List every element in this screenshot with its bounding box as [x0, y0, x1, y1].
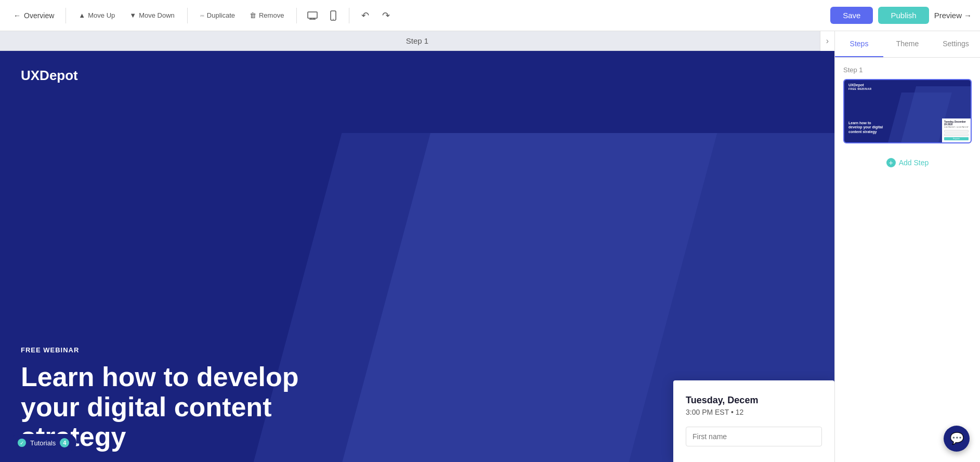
step-section-label: Step 1: [843, 66, 972, 74]
undo-button[interactable]: ↶: [356, 6, 374, 25]
main-layout: Step 1 › UXDepot FREE WEBINAR Learn how …: [0, 31, 980, 462]
mobile-view-button[interactable]: [324, 6, 343, 25]
reg-date: Tuesday, Decem: [686, 395, 822, 406]
thumb-input-2: [944, 134, 969, 136]
webinar-canvas: UXDepot FREE WEBINAR Learn how to develo…: [0, 51, 834, 462]
redo-button[interactable]: ↷: [376, 6, 395, 25]
back-arrow-icon: ←: [14, 11, 21, 20]
thumb-input-1: [944, 130, 969, 133]
collapse-panel-button[interactable]: ›: [820, 31, 834, 54]
thumb-register-button: Register: [944, 137, 969, 140]
add-step-button[interactable]: + Add Step: [843, 152, 972, 174]
step-thumbnail-card[interactable]: UXDepot FREE WEBINAR Learn how to develo…: [843, 79, 972, 143]
panel-tabs: Steps Theme Settings: [835, 31, 980, 58]
preview-arrow-icon: →: [964, 11, 972, 20]
toolbar-left: ← Overview ▲ Move Up ▼ Move Down ⎓ Dupli…: [8, 6, 826, 25]
panel-content: Step 1 UXDepot FREE WEBINAR Learn how to…: [835, 58, 980, 462]
toolbar-divider-2: [187, 8, 188, 23]
tab-settings[interactable]: Settings: [932, 31, 980, 57]
webinar-logo: UXDepot: [21, 68, 78, 84]
thumb-headline: Learn how to develop your digital conten…: [848, 121, 885, 134]
move-up-icon: ▲: [79, 11, 85, 19]
redo-icon: ↷: [382, 10, 390, 21]
thumb-reg-time: 3:00 PM EST • 12:30 PM CST: [944, 126, 969, 128]
thumb-logo: UXDepot: [848, 83, 864, 87]
move-down-button[interactable]: ▼ Move Down: [123, 8, 181, 22]
publish-button[interactable]: Publish: [878, 7, 929, 24]
undo-icon: ↶: [361, 10, 369, 21]
thumb-reg-date: Tuesday, December 29 2020: [944, 121, 969, 126]
svg-rect-0: [308, 12, 317, 18]
add-step-plus-icon: +: [886, 158, 896, 167]
duplicate-button[interactable]: ⎓ Duplicate: [194, 8, 241, 22]
tutorials-check-icon: ✓: [18, 439, 26, 447]
mobile-icon: [330, 10, 336, 21]
step-thumbnail-preview: UXDepot FREE WEBINAR Learn how to develo…: [844, 80, 971, 142]
move-down-label: Move Down: [139, 11, 175, 19]
remove-label: Remove: [259, 11, 284, 19]
toolbar-right: Save Publish Preview →: [830, 7, 972, 24]
preview-label: Preview: [934, 11, 962, 20]
first-name-input[interactable]: [686, 427, 822, 446]
tutorials-count-badge: 4: [60, 438, 69, 447]
tutorials-badge[interactable]: ✓ Tutorials 4: [10, 434, 76, 452]
back-label: Overview: [24, 11, 54, 20]
preview-button[interactable]: Preview →: [934, 11, 972, 20]
toolbar-divider-4: [349, 8, 349, 23]
svg-point-5: [333, 19, 334, 20]
thumb-register-label: Register: [944, 137, 969, 140]
tab-theme[interactable]: Theme: [883, 31, 932, 57]
toolbar-divider-1: [66, 8, 66, 23]
desktop-view-button[interactable]: [303, 6, 322, 25]
chat-button[interactable]: 💬: [944, 426, 970, 452]
step-bar: Step 1 ›: [0, 31, 834, 51]
canvas-area: Step 1 › UXDepot FREE WEBINAR Learn how …: [0, 31, 834, 462]
registration-card: Tuesday, Decem 3:00 PM EST • 12: [673, 380, 834, 462]
step-bar-label: Step 1: [406, 36, 428, 45]
tutorials-label: Tutorials: [30, 439, 56, 447]
save-button[interactable]: Save: [830, 7, 873, 24]
right-panel: Steps Theme Settings Step 1 UXDepot FREE…: [834, 31, 980, 462]
duplicate-icon: ⎓: [200, 11, 204, 19]
toolbar-divider-3: [296, 8, 297, 23]
add-step-label: Add Step: [899, 159, 929, 167]
tab-steps[interactable]: Steps: [835, 31, 883, 57]
move-up-label: Move Up: [88, 11, 115, 19]
move-down-icon: ▼: [129, 11, 136, 19]
duplicate-label: Duplicate: [207, 11, 235, 19]
toolbar: ← Overview ▲ Move Up ▼ Move Down ⎓ Dupli…: [0, 0, 980, 31]
move-up-button[interactable]: ▲ Move Up: [72, 8, 121, 22]
trash-icon: 🗑: [250, 11, 256, 19]
chat-icon: 💬: [950, 432, 964, 445]
reg-time: 3:00 PM EST • 12: [686, 408, 822, 416]
webinar-tag: FREE WEBINAR: [21, 346, 343, 354]
remove-button[interactable]: 🗑 Remove: [243, 8, 290, 22]
thumb-free-webinar: FREE WEBINAR: [848, 87, 872, 90]
thumb-reg-box: Tuesday, December 29 2020 3:00 PM EST • …: [942, 118, 971, 142]
back-overview-button[interactable]: ← Overview: [8, 8, 59, 23]
desktop-icon: [307, 11, 318, 20]
